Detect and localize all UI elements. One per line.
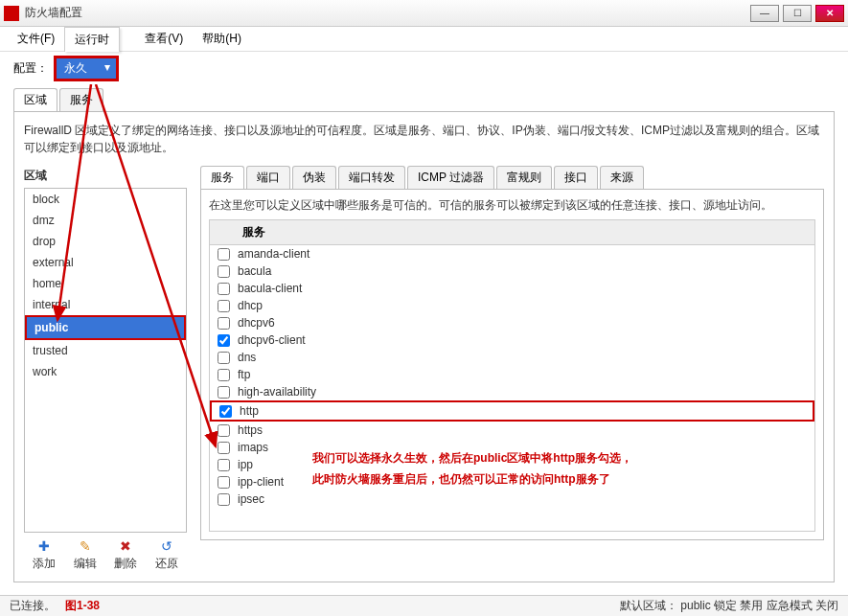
status-connected: 已连接。 — [10, 599, 56, 612]
restore-button[interactable]: ↺还原 — [155, 538, 178, 572]
add-button[interactable]: ✚添加 — [33, 538, 56, 572]
zone-item-external[interactable]: external — [25, 252, 186, 273]
service-row[interactable]: dns — [210, 349, 814, 366]
pencil-icon: ✎ — [78, 538, 93, 554]
close-button[interactable] — [815, 5, 844, 22]
minimize-button[interactable] — [750, 5, 779, 22]
service-label: ipsec — [238, 492, 264, 506]
config-select[interactable]: 永久 — [54, 56, 119, 81]
service-checkbox[interactable] — [218, 476, 230, 489]
menu-file[interactable]: 文件(F) — [8, 27, 64, 51]
figure-label: 图1-38 — [65, 599, 100, 612]
service-label: dhcpv6 — [238, 316, 275, 330]
service-row[interactable]: dhcpv6-client — [210, 331, 814, 349]
titlebar: 防火墙配置 — [0, 0, 848, 27]
service-checkbox[interactable] — [218, 352, 230, 364]
service-row[interactable]: amanda-client — [210, 245, 814, 262]
menu-runtime[interactable]: 运行时 — [64, 27, 120, 52]
menu-help[interactable]: 帮助(H) — [193, 27, 251, 51]
maximize-button[interactable] — [783, 5, 812, 22]
service-label: dhcp — [238, 299, 263, 312]
subtab[interactable]: ICMP 过滤器 — [407, 166, 494, 189]
delete-icon: ✖ — [118, 538, 133, 554]
zone-item-dmz[interactable]: dmz — [25, 210, 186, 231]
tab-services[interactable]: 服务 — [59, 88, 103, 111]
service-checkbox[interactable] — [218, 283, 230, 295]
window-buttons — [750, 5, 844, 22]
left-column: 区域 blockdmzdropexternalhomeinternalpubli… — [24, 168, 187, 572]
zone-item-internal[interactable]: internal — [25, 294, 186, 315]
service-row[interactable]: dhcpv6 — [210, 314, 814, 331]
service-checkbox[interactable] — [219, 405, 232, 418]
service-label: high-availability — [238, 385, 316, 399]
subtab[interactable]: 端口转发 — [338, 166, 405, 189]
service-checkbox[interactable] — [218, 317, 230, 330]
main-content: 区域 服务 FirewallD 区域定义了绑定的网络连接、接口以及源地址的可信程… — [0, 90, 848, 590]
service-checkbox[interactable] — [218, 442, 230, 454]
service-label: imaps — [238, 441, 268, 454]
zone-list[interactable]: blockdmzdropexternalhomeinternalpublictr… — [24, 188, 187, 533]
sub-tabs: 服务端口伪装端口转发ICMP 过滤器富规则接口来源 — [200, 168, 824, 189]
service-checkbox[interactable] — [218, 265, 230, 278]
edit-button[interactable]: ✎编辑 — [74, 538, 97, 572]
annotation-text: 我们可以选择永久生效，然后在public区域中将http服务勾选， 此时防火墙服… — [312, 448, 632, 490]
subtab[interactable]: 服务 — [200, 166, 244, 189]
restore-icon: ↺ — [159, 538, 174, 554]
service-label: amanda-client — [238, 247, 309, 261]
service-label: http — [240, 404, 259, 418]
service-checkbox[interactable] — [218, 369, 230, 381]
columns: 区域 blockdmzdropexternalhomeinternalpubli… — [24, 168, 824, 572]
zone-item-home[interactable]: home — [25, 273, 186, 294]
config-label: 配置： — [13, 60, 48, 77]
subtab[interactable]: 端口 — [246, 166, 290, 189]
plus-icon: ✚ — [36, 538, 52, 554]
service-checkbox[interactable] — [218, 334, 230, 347]
service-row[interactable]: ipsec — [210, 491, 814, 508]
zone-item-drop[interactable]: drop — [25, 231, 186, 252]
main-panel: FirewallD 区域定义了绑定的网络连接、接口以及源地址的可信程度。区域是服… — [13, 111, 835, 582]
zone-item-block[interactable]: block — [25, 189, 186, 210]
service-checkbox[interactable] — [218, 248, 230, 261]
service-label: bacula-client — [238, 282, 302, 295]
service-row[interactable]: bacula-client — [210, 280, 814, 297]
service-checkbox[interactable] — [218, 424, 230, 437]
service-checkbox[interactable] — [218, 493, 230, 506]
service-checkbox[interactable] — [218, 459, 230, 471]
tab-zones[interactable]: 区域 — [13, 88, 57, 111]
right-column: 服务端口伪装端口转发ICMP 过滤器富规则接口来源 在这里您可以定义区域中哪些服… — [200, 168, 824, 572]
zone-heading: 区域 — [24, 168, 187, 184]
delete-button[interactable]: ✖删除 — [114, 538, 137, 572]
service-row[interactable]: ftp — [210, 366, 814, 383]
zone-item-public[interactable]: public — [25, 315, 186, 340]
service-row[interactable]: https — [210, 422, 814, 439]
service-label: ftp — [238, 368, 250, 381]
service-label: https — [238, 423, 263, 437]
main-tabs: 区域 服务 — [13, 90, 835, 111]
service-row[interactable]: dhcp — [210, 297, 814, 314]
subtab[interactable]: 接口 — [554, 166, 598, 189]
service-label: ipp-client — [238, 475, 284, 489]
zone-toolbar: ✚添加 ✎编辑 ✖删除 ↺还原 — [24, 533, 187, 572]
menubar: 文件(F) 运行时 查看(V) 帮助(H) — [0, 27, 848, 52]
subtab[interactable]: 富规则 — [496, 166, 552, 189]
service-label: dhcpv6-client — [238, 333, 306, 347]
service-label: dns — [238, 351, 256, 364]
service-row[interactable]: http — [210, 400, 814, 422]
subtab[interactable]: 来源 — [600, 166, 644, 189]
subtab[interactable]: 伪装 — [292, 166, 336, 189]
app-icon — [4, 6, 19, 21]
service-label: ipp — [238, 458, 253, 471]
service-label: bacula — [238, 264, 271, 278]
statusbar: 已连接。图1-38 默认区域： public 锁定 禁用 应急模式 关闭 — [0, 595, 848, 616]
service-checkbox[interactable] — [218, 386, 230, 399]
services-description: 在这里您可以定义区域中哪些服务是可信的。可信的服务可以被绑定到该区域的任意连接、… — [209, 197, 815, 214]
menu-view[interactable]: 查看(V) — [135, 27, 193, 51]
service-column-header: 服务 — [210, 220, 814, 245]
service-row[interactable]: bacula — [210, 262, 814, 280]
service-checkbox[interactable] — [218, 300, 230, 312]
zone-item-trusted[interactable]: trusted — [25, 340, 186, 361]
zones-description: FirewallD 区域定义了绑定的网络连接、接口以及源地址的可信程度。区域是服… — [24, 122, 824, 156]
window-title: 防火墙配置 — [25, 5, 750, 21]
zone-item-work[interactable]: work — [25, 361, 186, 382]
service-row[interactable]: high-availability — [210, 383, 814, 400]
